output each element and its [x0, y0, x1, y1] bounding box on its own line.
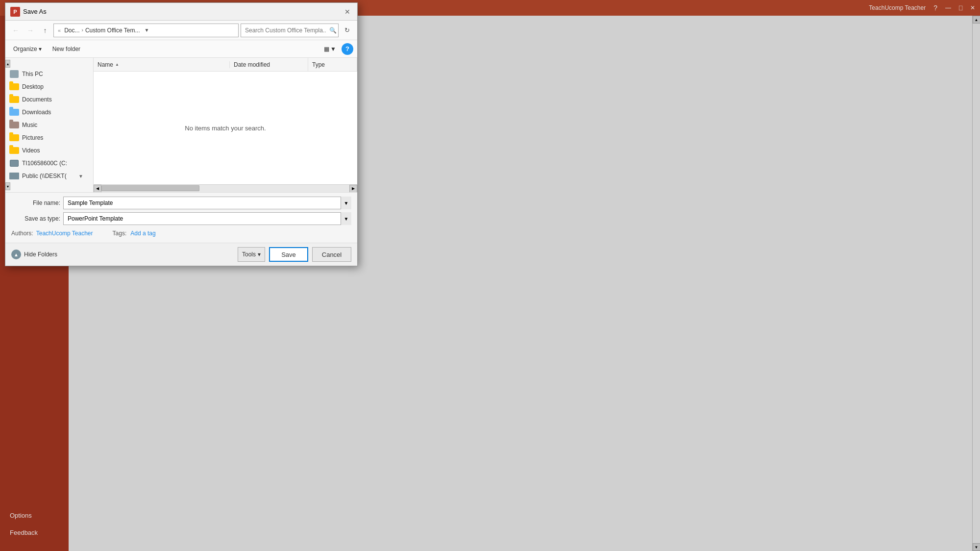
desktop-icon	[9, 82, 19, 91]
hscroll-left-button[interactable]: ◀	[94, 185, 101, 193]
nav-label-desktop: Desktop	[22, 83, 44, 90]
nav-label-thispc: This PC	[22, 71, 43, 77]
search-input[interactable]	[241, 24, 339, 37]
network-expand-icon: ▼	[78, 174, 83, 179]
col-type[interactable]: Type	[308, 58, 357, 71]
pictures-icon	[9, 133, 19, 142]
file-name-input[interactable]	[63, 197, 351, 209]
nav-label-drive-c: TI10658600C (C:	[22, 160, 67, 167]
hscroll-track[interactable]	[101, 185, 349, 192]
view-arrow-icon: ▼	[330, 46, 336, 52]
organize-arrow-icon: ▾	[39, 46, 42, 52]
col-date[interactable]: Date modified	[230, 58, 308, 71]
dialog-title-text: Save As	[23, 8, 47, 15]
refresh-button[interactable]: ↻	[341, 24, 353, 37]
cancel-button[interactable]: Cancel	[312, 247, 351, 262]
nav-item-drive-c[interactable]: TI10658600C (C:	[5, 157, 87, 170]
thispc-icon	[9, 70, 19, 78]
filelist-header: Name ▲ Date modified Type	[94, 58, 357, 72]
nav-item-downloads[interactable]: Downloads	[5, 106, 87, 119]
dialog-titlebar: P Save As ✕	[5, 3, 357, 21]
nav-label-downloads: Downloads	[22, 109, 51, 116]
actionbar-right: ▦ ▼ ?	[320, 43, 353, 55]
dialog-body: ▲ This PC Desktop	[5, 58, 357, 192]
tags-label: Tags:	[113, 230, 127, 237]
file-name-dropdown-button[interactable]: ▼	[341, 197, 351, 209]
nav-scroll-down[interactable]: ▼	[5, 182, 10, 190]
dialog-nav: ▲ This PC Desktop	[5, 58, 94, 192]
nav-label-pictures: Pictures	[22, 134, 43, 141]
nav-item-videos[interactable]: Videos	[5, 144, 87, 157]
save-as-type-dropdown-button[interactable]: ▼	[341, 212, 351, 225]
videos-icon	[9, 146, 19, 155]
nav-item-music[interactable]: Music	[5, 119, 87, 131]
dialog-actionbar: Organize ▾ New folder ▦ ▼ ?	[5, 40, 357, 58]
tools-button[interactable]: Tools ▾	[238, 247, 265, 262]
footer-buttons: Tools ▾ Save Cancel	[238, 247, 351, 262]
view-button[interactable]: ▦ ▼	[320, 44, 340, 54]
dialog-app-icon: P	[10, 7, 20, 17]
dialog-close-button[interactable]: ✕	[343, 7, 352, 17]
dialog-hscroll[interactable]: ◀ ▶	[94, 184, 357, 192]
network-icon	[9, 172, 19, 180]
hide-folders-button[interactable]: ▲ Hide Folders	[11, 250, 57, 259]
nav-scroll-up[interactable]: ▲	[5, 60, 10, 68]
dialog-filelist: Name ▲ Date modified Type No items match…	[94, 58, 357, 192]
toolbar-path: « Doc... › Custom Office Tem... ▼	[53, 24, 239, 37]
save-as-type-wrapper: ▼	[63, 212, 351, 225]
save-button[interactable]: Save	[269, 247, 308, 262]
music-icon	[9, 121, 19, 129]
up-button[interactable]: ↑	[39, 24, 51, 37]
downloads-icon	[9, 108, 19, 117]
nav-item-desktop[interactable]: Desktop	[5, 80, 87, 93]
col-name[interactable]: Name ▲	[94, 61, 230, 68]
save-as-type-input[interactable]	[63, 212, 351, 225]
organize-label: Organize	[13, 46, 37, 52]
nav-item-documents[interactable]: Documents	[5, 93, 87, 106]
add-tag-link[interactable]: Add a tag	[130, 230, 155, 237]
nav-label-videos: Videos	[22, 147, 40, 154]
file-name-label: File name:	[11, 200, 60, 206]
file-name-wrapper: ▼	[63, 197, 351, 209]
path-dropdown-button[interactable]: ▼	[142, 24, 151, 37]
hscroll-right-button[interactable]: ▶	[349, 185, 357, 193]
dialog-title-left: P Save As	[10, 7, 47, 17]
dialog-form: File name: ▼ Save as type: ▼ Authors: Te…	[5, 192, 357, 243]
filelist-content: No items match your search.	[94, 72, 357, 184]
help-button[interactable]: ?	[342, 43, 353, 55]
organize-button[interactable]: Organize ▾	[9, 45, 46, 53]
hscroll-thumb[interactable]	[101, 185, 199, 191]
dialog-footer: ▲ Hide Folders Tools ▾ Save Cancel	[5, 243, 357, 266]
save-as-type-label: Save as type:	[11, 215, 60, 222]
hide-folders-icon: ▲	[11, 250, 21, 259]
nav-item-thispc[interactable]: This PC	[5, 68, 87, 80]
view-icon: ▦	[324, 46, 329, 52]
authors-tags-row: Authors: TeachUcomp Teacher Tags: Add a …	[11, 228, 351, 239]
save-as-type-row: Save as type: ▼	[11, 212, 351, 225]
tools-arrow-icon: ▾	[258, 251, 261, 258]
nav-label-music: Music	[22, 122, 37, 128]
new-folder-button[interactable]: New folder	[48, 45, 85, 53]
drive-c-icon	[9, 159, 19, 168]
actionbar-left: Organize ▾ New folder	[9, 45, 85, 53]
search-button[interactable]: 🔍	[329, 27, 337, 34]
empty-message: No items match your search.	[185, 125, 266, 132]
sort-icon: ▲	[115, 62, 119, 67]
dialog-toolbar: ← → ↑ « Doc... › Custom Office Tem... ▼ …	[5, 21, 357, 40]
documents-icon	[9, 95, 19, 104]
save-as-dialog: P Save As ✕ ← → ↑ « Doc... › Custom Offi…	[5, 2, 358, 266]
forward-button[interactable]: →	[24, 24, 37, 37]
path-segment-custom[interactable]: Custom Office Tem...	[85, 27, 140, 34]
authors-value[interactable]: TeachUcomp Teacher	[36, 230, 93, 237]
nav-label-network: Public (\\DESKT(	[22, 173, 67, 179]
col-name-label: Name	[98, 61, 113, 68]
path-segment-docs[interactable]: Doc...	[64, 27, 79, 34]
col-type-label: Type	[312, 61, 325, 68]
search-wrapper: 🔍	[241, 24, 339, 37]
authors-label: Authors:	[11, 230, 33, 237]
path-arrow-1: ›	[82, 27, 83, 33]
back-button[interactable]: ←	[9, 24, 22, 37]
nav-item-network[interactable]: Public (\\DESKT( ▼	[5, 170, 87, 182]
hide-folders-label: Hide Folders	[24, 251, 57, 258]
nav-item-pictures[interactable]: Pictures	[5, 131, 87, 144]
